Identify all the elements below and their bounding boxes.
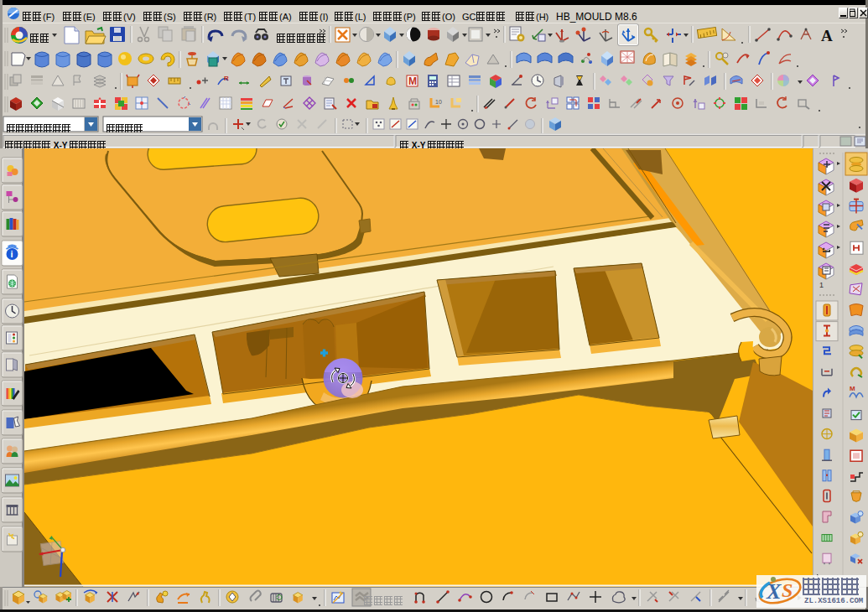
svg-text:M: M (408, 75, 417, 87)
svg-text:A: A (821, 27, 833, 44)
svg-text:X: X (766, 579, 782, 604)
svg-text:1: 1 (819, 281, 824, 289)
svg-text:M: M (850, 385, 855, 392)
svg-text:R: R (224, 75, 229, 82)
svg-text:10: 10 (435, 99, 442, 105)
svg-text:S: S (782, 579, 793, 601)
svg-text:i: i (11, 249, 13, 259)
